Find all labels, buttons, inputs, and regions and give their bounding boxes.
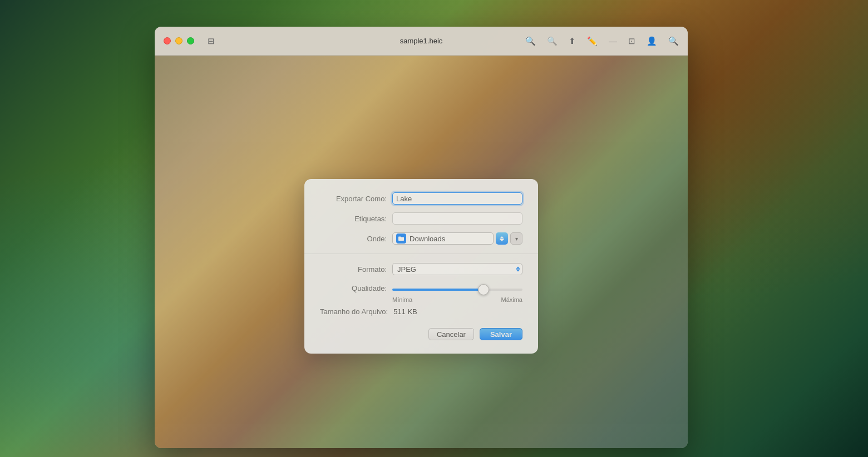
quality-slider[interactable]: [392, 289, 522, 291]
quality-slider-container: [392, 283, 522, 293]
tags-field: [392, 212, 522, 225]
zoom-out-icon[interactable]: 🔍: [547, 36, 558, 46]
quality-label: Qualidade:: [320, 284, 392, 292]
window-image-content: Exportar Como: Etiquetas:: [155, 56, 688, 448]
save-button[interactable]: Salvar: [480, 328, 522, 340]
cancel-button[interactable]: Cancelar: [428, 328, 474, 340]
format-select[interactable]: JPEG PNG TIFF PDF HEIF: [392, 263, 522, 275]
export-as-row: Exportar Como:: [320, 192, 522, 205]
tags-label: Etiquetas:: [320, 215, 392, 223]
filesize-label: Tamanho do Arquivo:: [320, 307, 393, 316]
stepper-down-icon: [500, 239, 504, 241]
zoom-in-icon[interactable]: 🔍: [525, 36, 536, 46]
select-up-icon: [516, 267, 520, 269]
dialog-buttons: Cancelar Salvar: [304, 319, 538, 342]
share-icon[interactable]: ⬆: [569, 36, 576, 46]
titlebar-right-icons: 🔍 🔍 ⬆ ✏️ — ⊡ 👤 🔍: [525, 36, 679, 46]
where-stepper[interactable]: [496, 232, 508, 245]
dialog-divider: [304, 254, 538, 254]
format-row: Formato: JPEG PNG TIFF PDF HEIF: [320, 263, 522, 275]
macos-window: ⊟ sample1.heic 🔍 🔍 ⬆ ✏️ — ⊡ 👤 🔍 Exportar…: [155, 27, 688, 448]
format-section: Formato: JPEG PNG TIFF PDF HEIF: [304, 263, 538, 316]
export-as-input[interactable]: [392, 192, 522, 205]
sidebar-toggle-icon[interactable]: ⊟: [208, 36, 215, 46]
tags-input[interactable]: [392, 212, 522, 225]
dialog-overlay: Exportar Como: Etiquetas:: [155, 85, 688, 448]
format-select-container: JPEG PNG TIFF PDF HEIF: [392, 263, 522, 275]
where-container: Downloads ▾: [392, 232, 522, 245]
window-title: sample1.heic: [400, 37, 443, 45]
stepper-up-icon: [500, 236, 504, 239]
where-value: Downloads: [410, 235, 490, 243]
quality-row: Qualidade:: [320, 283, 522, 293]
format-label: Formato:: [320, 265, 392, 274]
chevron-down-icon: ▾: [515, 236, 518, 242]
quality-labels: Mínima Máxima: [320, 296, 522, 303]
export-as-field: [392, 192, 522, 205]
select-arrows-icon: [516, 267, 520, 272]
filesize-row: Tamanho do Arquivo: 511 KB: [320, 307, 522, 316]
minimize-button[interactable]: [175, 37, 183, 44]
more-icon[interactable]: —: [609, 36, 617, 46]
filesize-value: 511 KB: [393, 307, 522, 316]
titlebar: ⊟ sample1.heic 🔍 🔍 ⬆ ✏️ — ⊡ 👤 🔍: [155, 27, 688, 56]
where-expand-button[interactable]: ▾: [510, 232, 522, 245]
quality-max-label: Máxima: [501, 296, 522, 303]
person-icon[interactable]: 👤: [647, 36, 657, 46]
where-row: Onde: Downloads: [320, 232, 522, 245]
tags-row: Etiquetas:: [320, 212, 522, 225]
folder-icon: [396, 234, 406, 244]
export-dialog: Exportar Como: Etiquetas:: [304, 179, 538, 354]
where-dropdown[interactable]: Downloads: [392, 232, 494, 245]
export-as-label: Exportar Como:: [320, 195, 392, 203]
traffic-lights: [164, 37, 194, 44]
select-down-icon: [516, 270, 520, 272]
titlebar-left-icons: ⊟: [208, 36, 215, 46]
maximize-button[interactable]: [187, 37, 194, 44]
dialog-form: Exportar Como: Etiquetas:: [304, 192, 538, 245]
quality-min-label: Mínima: [392, 296, 412, 303]
crop-icon[interactable]: ⊡: [628, 36, 635, 46]
where-label: Onde:: [320, 235, 392, 243]
search-icon[interactable]: 🔍: [668, 36, 679, 46]
edit-icon[interactable]: ✏️: [587, 36, 598, 46]
close-button[interactable]: [164, 37, 171, 44]
